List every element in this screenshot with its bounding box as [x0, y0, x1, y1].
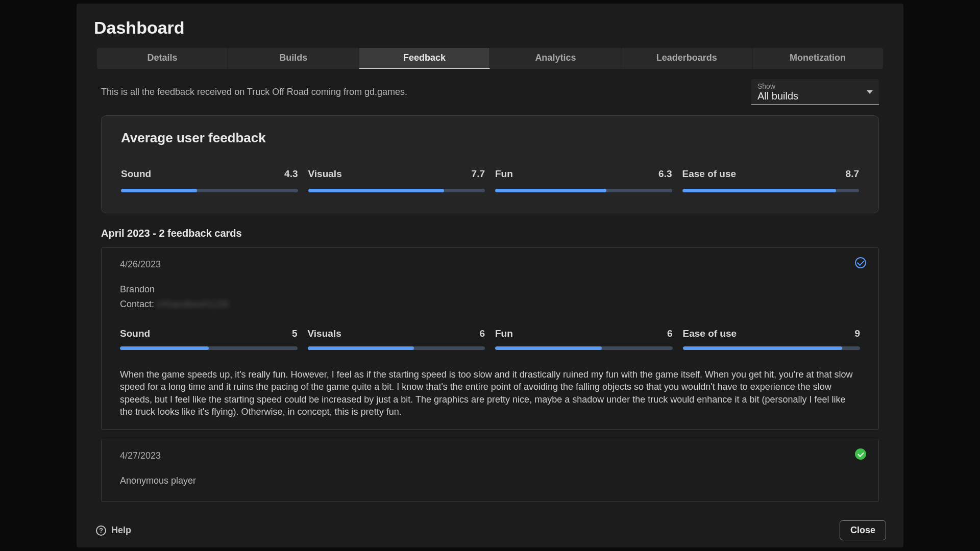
metric: Fun6 [495, 328, 673, 350]
card-metrics: Sound5Visuals6Fun6Ease of use9 [120, 328, 860, 350]
metric-value: 8.7 [846, 168, 859, 180]
tab-analytics[interactable]: Analytics [490, 48, 621, 69]
card-comment: When the game speeds up, it's really fun… [120, 368, 860, 418]
filter-value: All builds [757, 90, 798, 102]
feedback-cards-list: 4/26/2023BrandonContact: xXhandbox#1139S… [101, 247, 879, 502]
status-open-icon[interactable] [855, 257, 866, 268]
help-label: Help [111, 525, 131, 536]
tab-builds[interactable]: Builds [228, 48, 359, 69]
card-author: Anonymous player [120, 475, 860, 486]
status-done-icon[interactable] [855, 448, 866, 460]
metric-label: Sound [121, 168, 151, 180]
metric: Visuals6 [308, 328, 485, 350]
tab-details[interactable]: Details [97, 48, 228, 69]
metric-bar [682, 189, 860, 192]
page-title: Dashboard [94, 18, 886, 38]
tab-monetization[interactable]: Monetization [752, 48, 883, 69]
metric-value: 6 [479, 328, 485, 339]
metric-label: Sound [120, 328, 150, 339]
metric-bar [121, 189, 298, 192]
metric-value: 6.3 [658, 168, 672, 180]
metric-value: 6 [667, 328, 673, 339]
card-author: Brandon [120, 284, 860, 295]
metric: Visuals7.7 [308, 168, 485, 192]
metric: Ease of use8.7 [682, 168, 860, 192]
metric: Fun6.3 [495, 168, 672, 192]
tab-bar: DetailsBuildsFeedbackAnalyticsLeaderboar… [97, 48, 883, 69]
filter-label: Show [757, 82, 798, 90]
metric-bar [683, 346, 861, 350]
builds-filter-select[interactable]: Show All builds [751, 79, 879, 105]
metric-bar [308, 346, 485, 350]
metric-label: Visuals [308, 328, 341, 339]
average-feedback-panel: Average user feedback Sound4.3Visuals7.7… [101, 115, 879, 213]
metric-bar [495, 346, 673, 350]
metric-label: Fun [495, 168, 513, 180]
footer: ? Help Close [77, 515, 903, 547]
header: Dashboard [77, 4, 903, 48]
content-scroll[interactable]: This is all the feedback received on Tru… [77, 79, 899, 515]
help-icon: ? [96, 525, 106, 536]
metric-label: Ease of use [682, 168, 737, 180]
dashboard-window: Dashboard DetailsBuildsFeedbackAnalytics… [77, 4, 903, 547]
card-contact: Contact: xXhandbox#1139 [120, 299, 860, 310]
metric-label: Visuals [308, 168, 342, 180]
intro-text: This is all the feedback received on Tru… [101, 87, 407, 97]
close-button[interactable]: Close [840, 520, 886, 540]
metric-label: Fun [495, 328, 513, 339]
card-date: 4/27/2023 [120, 450, 860, 461]
chevron-down-icon [867, 90, 873, 94]
metric-bar [308, 189, 485, 192]
metric: Sound5 [120, 328, 298, 350]
metric: Sound4.3 [121, 168, 298, 192]
panel-title: Average user feedback [121, 130, 859, 146]
feedback-card: 4/26/2023BrandonContact: xXhandbox#1139S… [101, 247, 879, 430]
filter-row: This is all the feedback received on Tru… [101, 79, 879, 105]
feedback-card: 4/27/2023Anonymous player [101, 439, 879, 502]
metric-value: 9 [854, 328, 860, 339]
help-button[interactable]: ? Help [96, 525, 131, 536]
metric-value: 7.7 [472, 168, 485, 180]
card-date: 4/26/2023 [120, 259, 860, 270]
tab-feedback[interactable]: Feedback [359, 48, 491, 69]
average-metrics: Sound4.3Visuals7.7Fun6.3Ease of use8.7 [121, 168, 859, 192]
metric-bar [495, 189, 672, 192]
metric-value: 4.3 [284, 168, 298, 180]
section-header: April 2023 - 2 feedback cards [101, 228, 879, 239]
metric-value: 5 [292, 328, 298, 339]
metric: Ease of use9 [683, 328, 861, 350]
metric-label: Ease of use [683, 328, 737, 339]
tab-leaderboards[interactable]: Leaderboards [621, 48, 752, 69]
metric-bar [120, 346, 298, 350]
